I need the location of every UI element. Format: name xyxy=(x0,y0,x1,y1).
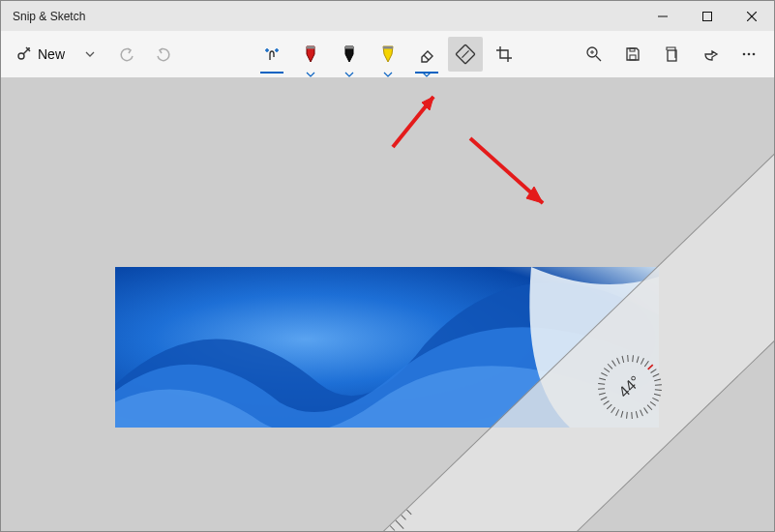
svg-line-335 xyxy=(604,368,610,373)
close-button[interactable] xyxy=(730,1,774,31)
svg-line-70 xyxy=(406,510,411,515)
svg-line-340 xyxy=(624,355,631,362)
svg-line-336 xyxy=(608,364,612,369)
crop-icon xyxy=(495,45,513,63)
svg-line-68 xyxy=(396,520,403,529)
svg-line-343 xyxy=(640,358,645,364)
svg-line-322 xyxy=(629,412,636,419)
redo-button[interactable] xyxy=(146,37,181,72)
svg-line-341 xyxy=(630,355,637,362)
new-snip-icon xyxy=(15,45,32,63)
svg-line-330 xyxy=(599,391,606,398)
ruler-icon xyxy=(457,45,474,63)
new-snip-label: New xyxy=(38,46,65,62)
annotation-arrow-2 xyxy=(461,131,557,218)
svg-rect-17 xyxy=(383,46,393,49)
svg-line-326 xyxy=(611,407,616,413)
svg-line-312 xyxy=(654,376,661,383)
svg-marker-18 xyxy=(422,51,432,62)
minimize-icon xyxy=(658,12,668,21)
titlebar: Snip & Sketch xyxy=(1,1,774,31)
ruler-ticks-top xyxy=(200,507,423,531)
svg-point-31 xyxy=(753,53,756,56)
toolbar-tools-group xyxy=(254,37,522,72)
new-snip-button[interactable]: New xyxy=(9,42,71,67)
new-snip-dropdown[interactable] xyxy=(73,37,107,72)
copy-button[interactable] xyxy=(654,37,689,72)
svg-line-332 xyxy=(598,380,605,387)
svg-rect-15 xyxy=(345,46,353,49)
highlighter-button[interactable] xyxy=(371,37,405,72)
svg-line-324 xyxy=(618,411,625,418)
svg-rect-1 xyxy=(703,12,712,20)
svg-line-311 xyxy=(653,372,659,378)
toolbar: New xyxy=(1,31,774,77)
svg-rect-26 xyxy=(630,55,636,60)
undo-button[interactable] xyxy=(109,37,144,72)
svg-line-339 xyxy=(619,356,626,363)
maximize-icon xyxy=(702,12,712,21)
share-button[interactable] xyxy=(693,37,728,72)
toolbar-left-group: New xyxy=(9,37,181,72)
toolbar-right-group xyxy=(577,37,766,72)
zoom-icon xyxy=(586,46,602,62)
svg-line-318 xyxy=(647,405,652,410)
svg-line-21 xyxy=(462,50,468,57)
save-button[interactable] xyxy=(615,37,650,72)
svg-line-71 xyxy=(412,507,417,509)
svg-line-315 xyxy=(654,392,661,399)
maximize-button[interactable] xyxy=(685,1,730,31)
svg-line-327 xyxy=(607,404,611,409)
save-icon xyxy=(625,46,641,62)
redo-icon xyxy=(156,46,171,62)
svg-line-316 xyxy=(652,397,658,402)
svg-line-323 xyxy=(623,412,630,419)
svg-point-7 xyxy=(28,47,30,49)
share-icon xyxy=(702,46,718,62)
svg-line-334 xyxy=(601,371,607,377)
svg-line-23 xyxy=(596,56,601,61)
copy-icon xyxy=(664,46,679,62)
more-icon xyxy=(741,46,757,62)
close-icon xyxy=(747,12,757,21)
svg-line-333 xyxy=(599,375,606,382)
more-button[interactable] xyxy=(731,37,766,72)
touch-writing-button[interactable] xyxy=(254,37,289,72)
svg-line-317 xyxy=(650,400,656,406)
crop-button[interactable] xyxy=(487,37,522,72)
svg-line-67 xyxy=(390,525,395,530)
pencil-button[interactable] xyxy=(332,37,367,72)
svg-line-5 xyxy=(23,49,28,54)
touch-writing-icon xyxy=(263,45,281,63)
svg-line-309 xyxy=(648,365,653,369)
eraser-icon xyxy=(418,45,435,63)
eraser-button[interactable] xyxy=(409,37,444,72)
pencil-icon xyxy=(342,44,357,64)
ballpoint-pen-button[interactable] xyxy=(293,37,328,72)
svg-rect-27 xyxy=(630,48,635,51)
svg-line-320 xyxy=(639,410,644,416)
svg-line-328 xyxy=(604,400,610,406)
undo-icon xyxy=(119,46,134,62)
ruler-button[interactable] xyxy=(448,37,483,72)
svg-line-331 xyxy=(598,386,605,393)
svg-line-337 xyxy=(611,361,617,367)
svg-line-329 xyxy=(601,396,607,401)
svg-line-310 xyxy=(651,369,657,374)
app-title: Snip & Sketch xyxy=(13,10,85,23)
svg-line-325 xyxy=(614,409,620,415)
svg-line-314 xyxy=(655,387,662,394)
canvas-area[interactable]: 44° xyxy=(1,77,774,531)
svg-line-69 xyxy=(402,515,406,519)
svg-point-30 xyxy=(748,53,751,56)
svg-point-29 xyxy=(743,53,746,56)
svg-rect-13 xyxy=(307,46,314,49)
window-controls xyxy=(641,1,774,31)
svg-line-19 xyxy=(424,55,429,60)
minimize-button[interactable] xyxy=(641,1,685,31)
chevron-down-icon xyxy=(85,49,95,59)
ballpoint-pen-icon xyxy=(303,44,318,64)
zoom-button[interactable] xyxy=(577,37,611,72)
svg-line-321 xyxy=(634,411,641,418)
highlighter-icon xyxy=(380,44,396,64)
